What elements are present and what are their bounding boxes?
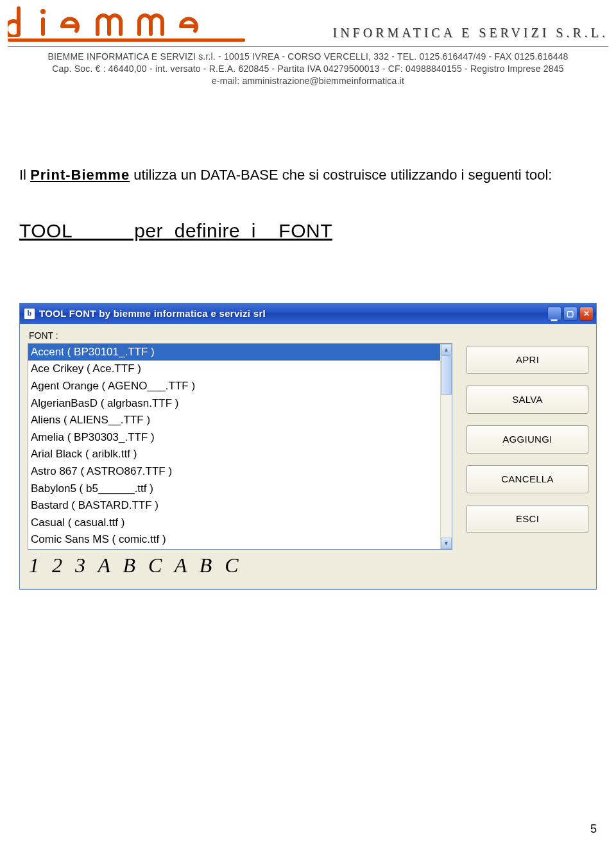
biemme-logo [8,5,245,42]
letterhead-details: BIEMME INFORMATICA E SERVIZI s.r.l. - 10… [6,51,610,87]
letterhead: INFORMATICA E SERVIZI S.R.L. BIEMME INFO… [0,0,616,87]
font-list-item[interactable]: Babylon5 ( b5______.ttf ) [28,480,440,498]
font-label: FONT : [29,330,588,341]
page-number: 5 [590,822,597,836]
font-list-item[interactable]: Amelia ( BP30303_.TTF ) [28,429,440,446]
salva-button[interactable]: SALVA [466,386,588,414]
font-listbox[interactable]: Accent ( BP30101_.TTF )Ace Crikey ( Ace.… [28,343,452,550]
window-body: FONT : Accent ( BP30101_.TTF )Ace Crikey… [20,324,596,589]
button-column: APRI SALVA AGGIUNGI CANCELLA ESCI [466,343,588,550]
font-list-item[interactable]: AlgerianBasD ( algrbasn.TTF ) [28,395,440,412]
cancella-button[interactable]: CANCELLA [466,465,588,493]
window-title: TOOL FONT by biemme informatica e serviz… [39,308,547,319]
esci-button[interactable]: ESCI [466,505,588,533]
font-list-item[interactable]: Accent ( BP30101_.TTF ) [28,344,440,361]
font-list-item[interactable]: Agent Orange ( AGENO___.TTF ) [28,378,440,395]
font-list-item[interactable]: Ace Crikey ( Ace.TTF ) [28,361,440,378]
minimize-button[interactable]: ▁ [547,307,561,321]
logo-glyphs [8,5,245,37]
font-list-item[interactable]: Comic Sans MS ( comic.ttf ) [28,531,440,548]
aggiungi-button[interactable]: AGGIUNGI [466,425,588,454]
titlebar[interactable]: b TOOL FONT by biemme informatica e serv… [20,303,596,324]
font-list-item[interactable]: Astro 867 ( ASTRO867.TTF ) [28,463,440,480]
intro-paragraph: Il Print-Biemme utilizza un DATA-BASE ch… [19,164,597,185]
close-button[interactable]: ✕ [579,307,594,321]
body-text: Il Print-Biemme utilizza un DATA-BASE ch… [0,87,616,245]
listbox-scrollbar[interactable]: ▲ ▼ [440,344,452,549]
header-divider [8,46,608,47]
tool-font-window: b TOOL FONT by biemme informatica e serv… [19,303,597,590]
scroll-thumb[interactable] [441,355,452,395]
letterhead-line-1: BIEMME INFORMATICA E SERVIZI s.r.l. - 10… [6,51,610,63]
company-name-right: INFORMATICA E SERVIZI S.R.L. [332,26,608,42]
letterhead-line-3: e-mail: amministrazione@biemmeinformatic… [6,75,610,87]
font-list-item[interactable]: CooperBlack ( BP30311_.TTF ) [28,548,440,549]
font-list-item[interactable]: Arial Black ( ariblk.ttf ) [28,446,440,463]
window-controls: ▁ ▢ ✕ [547,307,594,321]
font-list-item[interactable]: Aliens ( ALIENS__.TTF ) [28,412,440,429]
heading-tool: TOOL per definire i FONT [19,216,597,245]
maximize-button[interactable]: ▢ [563,307,578,321]
font-sample: 1 2 3 A B C A B C [28,554,588,577]
scroll-down-button[interactable]: ▼ [441,538,452,549]
logo-underline [8,38,245,42]
font-list-item[interactable]: Casual ( casual.ttf ) [28,514,440,532]
app-icon: b [24,308,35,319]
print-biemme-term: Print-Biemme [30,167,130,183]
scroll-track[interactable] [441,355,452,538]
apri-button[interactable]: APRI [466,346,588,374]
font-list-item[interactable]: Bastard ( BASTARD.TTF ) [28,497,440,514]
letterhead-top-row: INFORMATICA E SERVIZI S.R.L. [6,5,610,44]
scroll-up-button[interactable]: ▲ [441,344,452,355]
content-row: Accent ( BP30101_.TTF )Ace Crikey ( Ace.… [28,343,588,550]
letterhead-line-2: Cap. Soc. € : 46440,00 - int. versato - … [6,63,610,75]
svg-point-0 [40,9,46,14]
